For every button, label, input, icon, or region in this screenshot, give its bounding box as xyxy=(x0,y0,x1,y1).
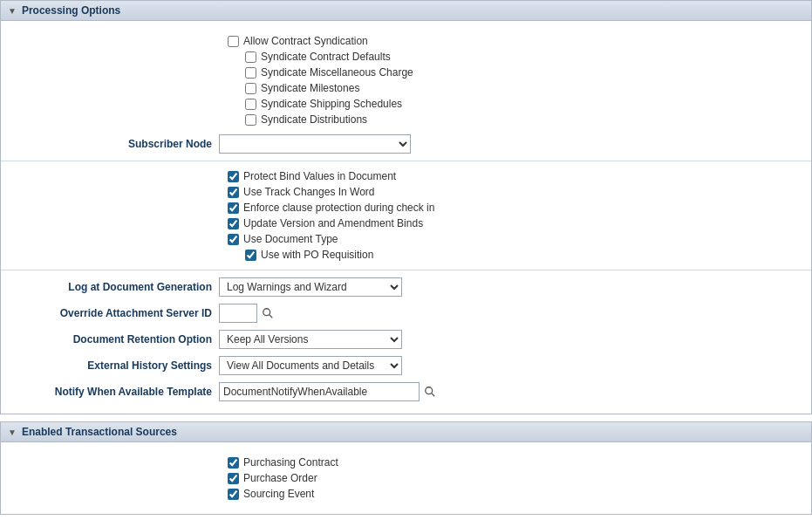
page-wrapper: ▼ Processing Options Allow Contract Synd… xyxy=(0,0,812,520)
sub-divider-2 xyxy=(1,270,811,270)
purchasing-contract-checkbox[interactable] xyxy=(228,457,239,469)
protect-bind-values-checkbox[interactable] xyxy=(228,171,239,182)
processing-options-section: ▼ Processing Options Allow Contract Synd… xyxy=(0,0,812,414)
syndicate-misc-charge-row: Syndicate Miscellaneous Charge xyxy=(228,65,811,80)
syndicate-distributions-row: Syndicate Distributions xyxy=(228,112,811,127)
syndicate-contract-defaults-label: Syndicate Contract Defaults xyxy=(261,51,391,63)
external-history-label: External History Settings xyxy=(1,359,219,372)
sourcing-event-row: Sourcing Event xyxy=(228,486,811,502)
svg-point-0 xyxy=(263,309,270,316)
syndicate-shipping-schedules-row: Syndicate Shipping Schedules xyxy=(228,96,811,112)
external-history-select[interactable]: View All Documents and Details View Docu… xyxy=(219,356,402,375)
notify-when-available-input[interactable] xyxy=(219,382,420,401)
notify-when-available-search-icon[interactable] xyxy=(421,383,439,400)
enforce-clause-protection-label: Enforce clause protection during check i… xyxy=(243,202,434,214)
syndicate-shipping-schedules-checkbox[interactable] xyxy=(245,99,256,110)
syndicate-contract-defaults-checkbox[interactable] xyxy=(245,51,256,63)
syndication-group: Allow Contract Syndication Syndicate Con… xyxy=(1,30,811,131)
enforce-clause-protection-checkbox[interactable] xyxy=(228,202,239,214)
doc-retention-select[interactable]: Keep All Versions Keep Last Version Keep… xyxy=(219,330,402,349)
use-track-changes-row: Use Track Changes In Word xyxy=(228,184,811,200)
use-with-po-requisition-label: Use with PO Requisition xyxy=(261,249,373,261)
notify-when-available-row: Notify When Available Template xyxy=(1,379,811,405)
allow-contract-syndication-checkbox[interactable] xyxy=(228,36,239,47)
log-at-doc-gen-label: Log at Document Generation xyxy=(1,281,219,293)
notify-when-available-label: Notify When Available Template xyxy=(1,386,219,398)
use-track-changes-label: Use Track Changes In Word xyxy=(243,186,375,198)
allow-contract-syndication-label: Allow Contract Syndication xyxy=(243,35,368,47)
doc-retention-label: Document Retention Option xyxy=(1,333,219,346)
sourcing-event-checkbox[interactable] xyxy=(228,489,239,500)
enabled-transactional-sources-title: Enabled Transactional Sources xyxy=(22,426,177,438)
update-version-amendment-label: Update Version and Amendment Binds xyxy=(243,217,423,229)
doc-retention-row: Document Retention Option Keep All Versi… xyxy=(1,326,811,352)
syndicate-distributions-label: Syndicate Distributions xyxy=(261,113,367,126)
syndicate-contract-defaults-row: Syndicate Contract Defaults xyxy=(228,49,811,65)
subscriber-node-label: Subscriber Node xyxy=(1,138,219,150)
syndicate-misc-charge-label: Syndicate Miscellaneous Charge xyxy=(261,66,413,79)
update-version-amendment-row: Update Version and Amendment Binds xyxy=(228,216,811,231)
use-document-type-row: Use Document Type xyxy=(228,231,811,247)
update-version-amendment-checkbox[interactable] xyxy=(228,218,239,229)
purchasing-contract-label: Purchasing Contract xyxy=(243,456,338,469)
log-at-doc-gen-row: Log at Document Generation Log Warnings … xyxy=(1,274,811,300)
override-attachment-search-icon[interactable] xyxy=(259,304,276,322)
document-options-group: Protect Bind Values in Document Use Trac… xyxy=(1,165,811,266)
sourcing-event-label: Sourcing Event xyxy=(243,488,314,500)
use-document-type-label: Use Document Type xyxy=(243,233,338,245)
syndicate-misc-charge-checkbox[interactable] xyxy=(245,67,256,79)
processing-options-title: Processing Options xyxy=(22,4,120,17)
protect-bind-values-label: Protect Bind Values in Document xyxy=(243,170,396,182)
svg-point-2 xyxy=(426,387,433,394)
transactional-sources-group: Purchasing Contract Purchase Order Sourc… xyxy=(1,451,811,505)
override-attachment-input[interactable] xyxy=(219,304,257,323)
subscriber-node-select[interactable] xyxy=(219,134,411,154)
enabled-transactional-sources-content: Purchasing Contract Purchase Order Sourc… xyxy=(1,442,811,514)
purchase-order-checkbox[interactable] xyxy=(228,473,239,484)
syndicate-shipping-schedules-label: Syndicate Shipping Schedules xyxy=(261,98,402,110)
allow-contract-syndication-row: Allow Contract Syndication xyxy=(228,33,811,49)
protect-bind-values-row: Protect Bind Values in Document xyxy=(228,168,811,184)
purchase-order-label: Purchase Order xyxy=(243,472,317,484)
enabled-transactional-sources-header: ▼ Enabled Transactional Sources xyxy=(1,422,811,442)
sub-divider-1 xyxy=(1,161,811,161)
override-attachment-label: Override Attachment Server ID xyxy=(1,307,219,319)
purchase-order-row: Purchase Order xyxy=(228,470,811,486)
enforce-clause-protection-row: Enforce clause protection during check i… xyxy=(228,200,811,216)
syndicate-milestones-label: Syndicate Milestones xyxy=(261,82,359,94)
subscriber-node-row: Subscriber Node xyxy=(1,131,811,157)
external-history-row: External History Settings View All Docum… xyxy=(1,352,811,379)
syndicate-milestones-row: Syndicate Milestones xyxy=(228,80,811,96)
processing-options-content: Allow Contract Syndication Syndicate Con… xyxy=(1,21,811,414)
collapse-arrow-icon-2[interactable]: ▼ xyxy=(8,428,17,437)
syndicate-milestones-checkbox[interactable] xyxy=(245,83,256,94)
processing-options-header: ▼ Processing Options xyxy=(1,1,811,21)
svg-line-1 xyxy=(270,315,273,318)
override-attachment-row: Override Attachment Server ID xyxy=(1,300,811,326)
use-with-po-requisition-row: Use with PO Requisition xyxy=(228,247,811,263)
purchasing-contract-row: Purchasing Contract xyxy=(228,455,811,470)
syndicate-distributions-checkbox[interactable] xyxy=(245,114,256,126)
svg-line-3 xyxy=(432,393,435,397)
use-document-type-checkbox[interactable] xyxy=(228,234,239,245)
use-with-po-requisition-checkbox[interactable] xyxy=(245,250,256,261)
enabled-transactional-sources-section: ▼ Enabled Transactional Sources Purchasi… xyxy=(0,421,812,515)
log-at-doc-gen-select[interactable]: Log Warnings and Wizard Log All Log None xyxy=(219,277,402,297)
use-track-changes-checkbox[interactable] xyxy=(228,187,239,198)
collapse-arrow-icon[interactable]: ▼ xyxy=(8,6,17,16)
